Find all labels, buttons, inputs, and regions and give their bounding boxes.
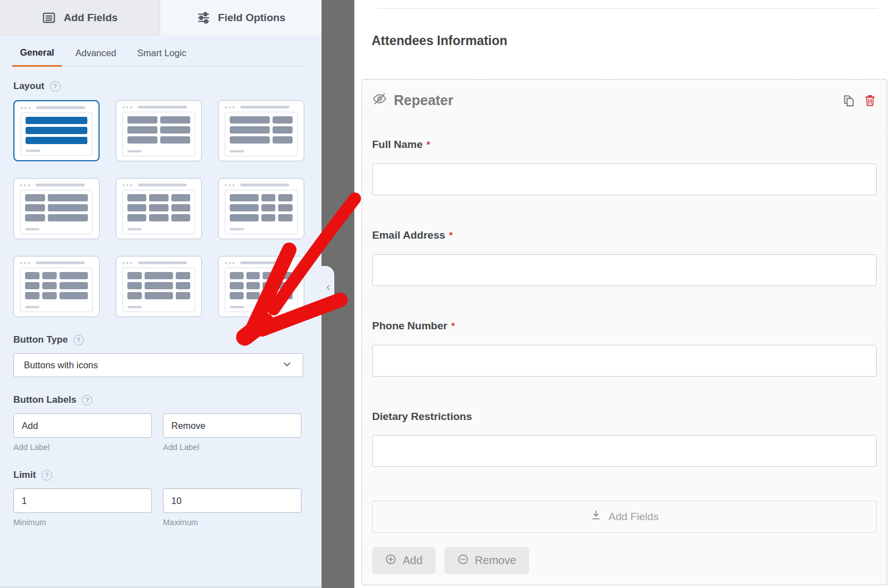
- layout-option-three-columns-50-25-25[interactable]: [218, 178, 304, 239]
- repeater-title-label: Repeater: [394, 92, 453, 108]
- limit-maximum-helper: Maximum: [163, 518, 301, 527]
- layout-card-preview: [122, 268, 195, 312]
- field-input: [372, 164, 877, 195]
- help-icon[interactable]: ?: [82, 395, 92, 406]
- tab-add-fields-label: Add Fields: [63, 12, 117, 24]
- layout-option-two-columns-33-67[interactable]: [13, 178, 100, 239]
- limit-minimum-input[interactable]: [13, 488, 152, 513]
- field-label: Full Name*: [372, 139, 877, 151]
- remove-label-input[interactable]: [163, 413, 301, 438]
- chevron-left-icon: [324, 284, 332, 294]
- add-label-helper: Add Label: [13, 443, 152, 452]
- layout-card-preview: [122, 190, 195, 234]
- preview-field-full-name[interactable]: Full Name*: [372, 139, 877, 195]
- eye-slash-icon: [372, 91, 387, 110]
- list-icon: [42, 11, 56, 25]
- repeater-field-block[interactable]: Repeater: [362, 79, 887, 585]
- help-icon[interactable]: ?: [50, 81, 61, 92]
- field-label: Dietary Restrictions: [372, 411, 877, 423]
- add-label-input[interactable]: [13, 413, 152, 438]
- repeater-fields: Full Name*Email Address*Phone Number*Die…: [372, 139, 877, 467]
- required-marker: *: [427, 140, 431, 150]
- layout-card-preview: [225, 112, 298, 156]
- button-labels-section-label: Button Labels ?: [13, 394, 308, 406]
- layout-section-label: Layout ?: [13, 81, 308, 92]
- layout-grid: [13, 100, 308, 317]
- layout-option-three-columns-25-25-50[interactable]: [13, 256, 100, 317]
- circle-plus-icon: [385, 554, 397, 568]
- button-type-select[interactable]: Buttons with icons: [13, 353, 303, 377]
- delete-icon[interactable]: [863, 93, 877, 108]
- repeater-remove-button[interactable]: Remove: [444, 547, 529, 574]
- circle-minus-icon: [457, 554, 469, 568]
- tab-add-fields[interactable]: Add Fields: [0, 0, 160, 36]
- layout-card-preview: [225, 190, 298, 234]
- subtab-advanced[interactable]: Advanced: [67, 39, 123, 66]
- download-icon: [590, 510, 602, 524]
- layout-option-two-columns-50-50[interactable]: [116, 100, 202, 161]
- layout-option-two-columns-67-33[interactable]: [218, 100, 304, 161]
- duplicate-icon[interactable]: [841, 93, 856, 108]
- preview-field-email-address[interactable]: Email Address*: [372, 229, 877, 286]
- collapse-panel-handle[interactable]: [322, 266, 334, 312]
- layout-card-chrome: [225, 261, 298, 264]
- layout-option-three-columns-25-50-25[interactable]: [116, 256, 202, 317]
- limit-minimum-helper: Minimum: [13, 518, 152, 527]
- layout-card-preview: [225, 268, 298, 312]
- preview-field-phone-number[interactable]: Phone Number*: [372, 320, 877, 377]
- repeater-add-button-label: Add: [403, 554, 423, 567]
- layout-card-chrome: [122, 261, 195, 264]
- button-type-section-label: Button Type ?: [13, 334, 308, 345]
- layout-option-three-columns-33-33-33[interactable]: [116, 178, 202, 239]
- field-options-panel: Add Fields Field Options General Advance…: [0, 0, 322, 588]
- layout-card-preview: [20, 268, 93, 312]
- layout-card-preview: [122, 112, 195, 156]
- layout-card-preview: [20, 190, 93, 234]
- button-type-value: Buttons with icons: [24, 360, 98, 370]
- subtab-general[interactable]: General: [12, 39, 62, 67]
- subtab-smart-logic[interactable]: Smart Logic: [130, 39, 194, 66]
- divider-line: [377, 8, 878, 9]
- dropzone-label: Add Fields: [609, 511, 659, 523]
- sliders-icon: [196, 11, 211, 25]
- layout-option-one-column[interactable]: [13, 100, 100, 161]
- repeater-add-button[interactable]: Add: [372, 547, 436, 574]
- field-input: [372, 345, 877, 377]
- help-icon[interactable]: ?: [73, 335, 84, 345]
- page-title: Attendees Information: [372, 33, 507, 48]
- help-icon[interactable]: ?: [42, 470, 52, 481]
- panel-tabs: Add Fields Field Options: [0, 0, 322, 36]
- layout-card-chrome: [122, 184, 195, 186]
- preview-field-dietary-restrictions[interactable]: Dietary Restrictions: [372, 411, 877, 467]
- layout-card-preview: [21, 112, 92, 156]
- layout-card-chrome: [21, 106, 92, 109]
- tab-field-options[interactable]: Field Options: [160, 0, 322, 36]
- layout-card-chrome: [225, 106, 298, 108]
- field-label: Email Address*: [372, 229, 877, 242]
- field-label: Phone Number*: [372, 320, 877, 333]
- option-subtabs: General Advanced Smart Logic: [12, 39, 305, 66]
- chevron-down-icon: [281, 359, 293, 372]
- field-input: [372, 254, 877, 286]
- layout-card-chrome: [20, 184, 93, 186]
- form-preview: Attendees Information Repeater: [354, 0, 890, 588]
- tab-field-options-label: Field Options: [218, 12, 285, 24]
- layout-option-four-columns-25-25-25-25[interactable]: [218, 256, 304, 317]
- required-marker: *: [449, 230, 453, 241]
- field-input: [372, 435, 877, 467]
- required-marker: *: [451, 321, 455, 332]
- layout-card-chrome: [20, 261, 93, 264]
- layout-card-chrome: [225, 184, 298, 186]
- remove-label-helper: Add Label: [163, 443, 301, 452]
- repeater-title: Repeater: [372, 91, 453, 110]
- repeater-add-fields-dropzone[interactable]: Add Fields: [372, 501, 877, 533]
- limit-section-label: Limit ?: [13, 470, 308, 481]
- layout-card-chrome: [122, 106, 195, 108]
- repeater-remove-button-label: Remove: [475, 554, 516, 567]
- limit-maximum-input[interactable]: [163, 488, 301, 513]
